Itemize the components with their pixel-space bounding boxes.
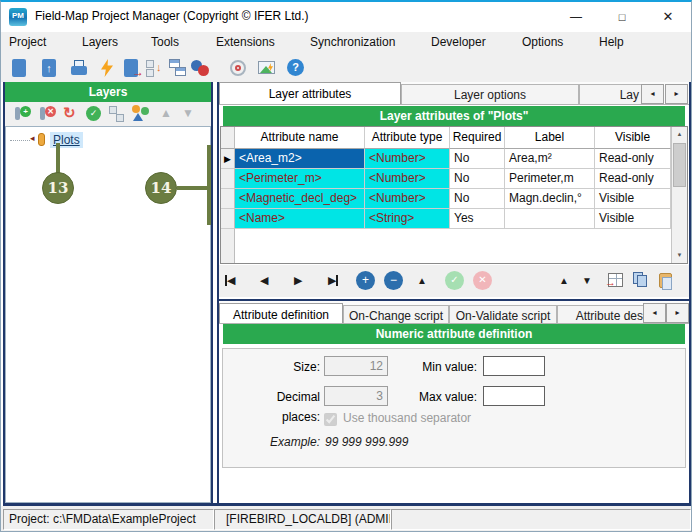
menu-developer[interactable]: Developer [431,35,486,49]
cell-name[interactable]: <Area_m2> [235,149,365,169]
copy-layer-structure-icon[interactable] [106,103,128,125]
attribute-tabs-scroll-right-icon[interactable]: ▸ [666,303,689,323]
table-row[interactable]: ▶ <Area_m2> <Number> No Area,m² Read-onl… [221,149,671,169]
layers-tree: ◂ Plots [5,126,211,503]
menu-extensions[interactable]: Extensions [216,35,275,49]
tab-layer-clipped[interactable]: Lay [579,84,641,105]
col-attribute-name[interactable]: Attribute name [235,127,365,149]
max-value-field[interactable] [483,386,545,406]
cell-visible[interactable]: Visible [595,209,671,229]
export-attributes-icon[interactable]: → [608,270,623,290]
add-layer-icon[interactable]: + [11,103,33,125]
import-structure-icon[interactable]: ↓ [143,56,167,80]
menu-options[interactable]: Options [522,35,563,49]
maximize-button[interactable]: □ [599,2,645,32]
tabs-scroll-right-icon[interactable]: ▸ [665,84,688,104]
status-bar: Project: c:\FMData\ExampleProject [FIREB… [1,506,691,532]
layer-detail-panel: Layer attributes Layer options Lay ◂ ▸ L… [219,82,689,503]
tab-attribute-description[interactable]: Attribute desc [557,305,651,324]
cell-visible[interactable]: Read-only [595,149,671,169]
menu-synchronization[interactable]: Synchronization [310,35,395,49]
move-attribute-down-button[interactable]: ▼ [582,270,592,290]
tree-item-label[interactable]: Plots [50,132,83,148]
size-field[interactable] [324,356,388,376]
min-value-field[interactable] [483,356,545,376]
nav-next-button[interactable]: ▶ [294,270,302,290]
scroll-up-icon[interactable]: ▲ [672,127,687,142]
grid-scrollbar[interactable]: ▲ ▼ [671,127,687,263]
table-row[interactable]: <Magnetic_decl_deg> <Number> No Magn.dec… [221,189,671,209]
paste-attributes-icon[interactable] [659,270,672,290]
menu-help[interactable]: Help [599,35,624,49]
scrollbar-thumb[interactable] [673,143,686,187]
cell-required[interactable]: No [450,169,505,189]
tab-layer-attributes[interactable]: Layer attributes [219,82,401,105]
cell-type[interactable]: <String> [365,209,450,229]
cell-name[interactable]: <Perimeter_m> [235,169,365,189]
menu-tools[interactable]: Tools [151,35,179,49]
export-project-icon[interactable]: → [119,56,143,80]
cell-required[interactable]: No [450,189,505,209]
move-attribute-up-button[interactable]: ▲ [559,270,569,290]
nav-delete-button[interactable]: − [384,270,403,290]
nav-first-button[interactable]: ◀ [225,270,235,290]
delete-layer-icon[interactable]: ✕ [36,103,58,125]
menu-layers[interactable]: Layers [82,35,118,49]
callout-badge-13: 13 [42,172,74,204]
apply-changes-icon[interactable]: ✓ [83,103,105,125]
thousand-separator-checkbox[interactable] [324,413,337,426]
help-icon[interactable]: ? [284,56,308,80]
cell-label[interactable]: Perimeter,m [505,169,595,189]
cell-label[interactable] [505,209,595,229]
tab-attribute-definition[interactable]: Attribute definition [219,303,343,324]
cell-type[interactable]: <Number> [365,169,450,189]
cell-required[interactable]: Yes [450,209,505,229]
table-row[interactable]: <Name> <String> Yes Visible [221,209,671,229]
copy-structure-icon[interactable] [166,56,190,80]
tabs-scroll-left-icon[interactable]: ◂ [641,84,664,104]
refresh-layers-icon[interactable]: ↻ [60,103,82,125]
cell-type[interactable]: <Number> [365,149,450,169]
decimal-places-label: Decimal places: [237,387,320,427]
menu-project[interactable]: Project [9,35,46,49]
scroll-down-icon[interactable]: ▼ [672,248,687,263]
tab-on-validate-script[interactable]: On-Validate script [449,305,557,324]
nav-post-button[interactable]: ✓ [445,270,464,290]
table-row[interactable]: <Perimeter_m> <Number> No Perimeter,m Re… [221,169,671,189]
minimize-button[interactable]: — [553,2,599,32]
cell-required[interactable]: No [450,149,505,169]
col-attribute-type[interactable]: Attribute type [365,127,450,149]
database-objects-icon[interactable] [188,56,212,80]
nav-prior-button[interactable]: ◀ [260,270,268,290]
nav-insert-button[interactable]: + [356,270,375,290]
cell-label[interactable]: Magn.declin,° [505,189,595,209]
cell-label[interactable]: Area,m² [505,149,595,169]
nav-cancel-button[interactable]: ✕ [473,270,492,290]
nav-last-button[interactable]: ▶ [328,270,338,290]
close-button[interactable]: ✕ [645,2,691,32]
cell-type[interactable]: <Number> [365,189,450,209]
col-label[interactable]: Label [505,127,595,149]
open-project-icon[interactable]: ↑ [37,56,61,80]
map-image-icon[interactable] [255,56,279,80]
panel-splitter[interactable] [213,82,217,503]
target-icon[interactable] [226,56,250,80]
col-visible[interactable]: Visible [595,127,671,149]
layer-symbols-icon[interactable] [129,103,151,125]
col-required[interactable]: Required [450,127,505,149]
move-layer-down-icon[interactable]: ▼ [177,103,199,125]
cell-visible[interactable]: Visible [595,189,671,209]
cell-visible[interactable]: Read-only [595,169,671,189]
copy-attributes-icon[interactable] [633,270,649,290]
cell-name[interactable]: <Magnetic_decl_deg> [235,189,365,209]
new-project-icon[interactable] [7,56,31,80]
attribute-tabs-scroll-left-icon[interactable]: ◂ [643,303,666,323]
nav-edit-button[interactable]: ▲ [417,270,427,290]
decimal-places-field[interactable] [324,386,388,406]
quick-run-icon[interactable] [94,56,118,80]
cell-name[interactable]: <Name> [235,209,365,229]
tab-layer-options[interactable]: Layer options [401,84,579,105]
move-layer-up-icon[interactable]: ▲ [155,103,177,125]
print-icon[interactable] [67,56,91,80]
tab-on-change-script[interactable]: On-Change script [343,305,449,324]
